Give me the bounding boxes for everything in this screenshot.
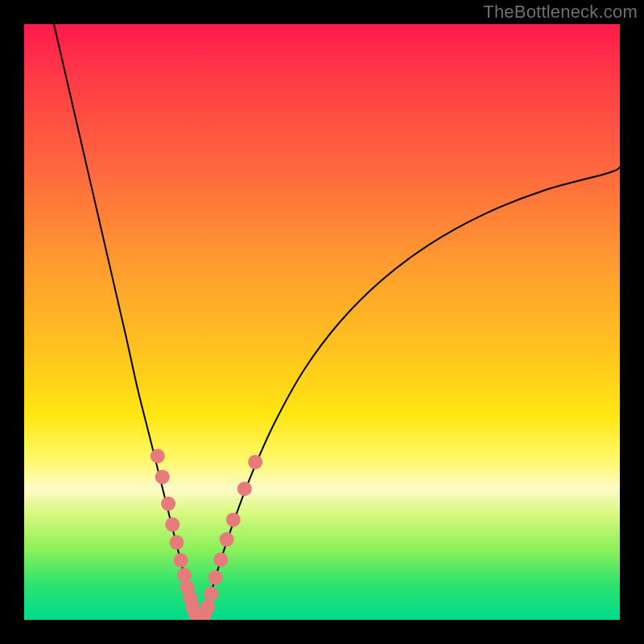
marker-dot <box>165 518 180 532</box>
marker-dots <box>151 449 262 621</box>
marker-dot <box>151 449 165 464</box>
curve-right-curve <box>204 167 620 617</box>
marker-dot <box>161 497 175 511</box>
marker-dot <box>237 481 252 496</box>
marker-dot <box>213 552 228 567</box>
marker-dot <box>204 586 218 601</box>
plot-area <box>24 24 620 620</box>
marker-dot <box>208 570 223 584</box>
marker-dot <box>226 513 241 527</box>
curve-lines <box>54 24 620 617</box>
marker-dot <box>220 532 234 547</box>
chart-svg <box>24 24 620 620</box>
marker-dot <box>169 535 184 550</box>
outer-frame: TheBottleneck.com <box>0 0 644 644</box>
marker-dot <box>155 469 170 484</box>
marker-dot <box>177 568 192 583</box>
marker-dot <box>248 455 262 469</box>
marker-dot <box>200 600 215 614</box>
marker-dot <box>174 553 188 568</box>
watermark-text: TheBottleneck.com <box>483 2 638 23</box>
